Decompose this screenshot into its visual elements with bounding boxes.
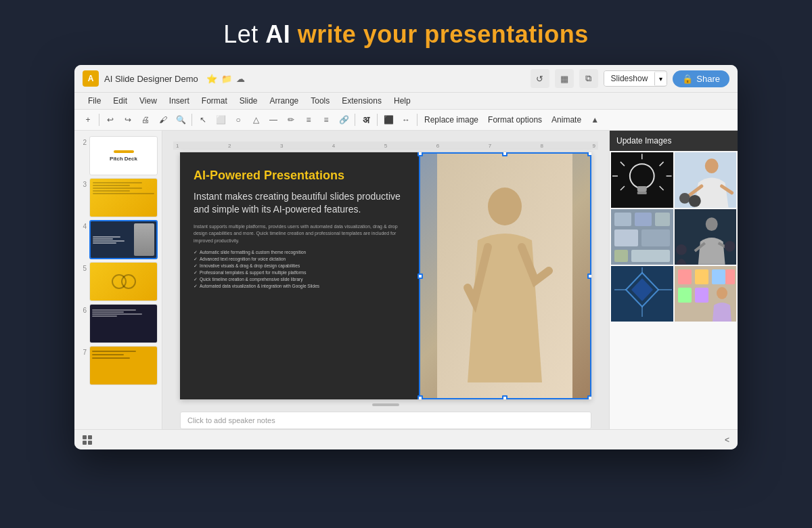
cloud-icon[interactable]: ☁ — [236, 74, 245, 84]
svg-rect-22 — [641, 229, 670, 246]
app-icon: A — [83, 70, 99, 87]
image-lightbulb[interactable] — [611, 152, 673, 208]
paint-format-btn[interactable]: 🖌 — [155, 112, 171, 128]
title-bar-right: ↺ ▦ ⧉ Slideshow ▾ 🔒 Share — [531, 69, 729, 88]
image-presenter-1[interactable] — [675, 152, 737, 208]
lock-icon: 🔒 — [682, 74, 693, 84]
svg-rect-40 — [725, 269, 735, 284]
svg-point-16 — [688, 195, 700, 207]
svg-rect-24 — [631, 250, 670, 262]
scroll-track[interactable] — [372, 403, 399, 406]
slideshow-label[interactable]: Slideshow — [604, 71, 655, 86]
menu-extensions[interactable]: Extensions — [336, 94, 387, 108]
right-panel: Update Images — [609, 131, 738, 429]
thumb-2[interactable]: Pitch Deck — [89, 136, 158, 175]
gallery-svg — [611, 209, 673, 265]
slide-thumb-6[interactable]: 6 — [78, 304, 158, 343]
text-align2-btn[interactable]: ≡ — [318, 112, 334, 128]
zoom-btn[interactable]: 🔍 — [173, 112, 189, 128]
present-view-btn[interactable]: ⧉ — [579, 69, 598, 88]
menu-help[interactable]: Help — [388, 94, 416, 108]
replace-image-btn[interactable]: Replace image — [420, 114, 482, 126]
print-btn[interactable]: 🖨 — [137, 112, 154, 128]
thumb-7[interactable] — [89, 346, 158, 385]
menu-file[interactable]: File — [83, 94, 106, 108]
expand-toolbar-btn[interactable]: ▲ — [587, 112, 603, 128]
slide-num-6: 6 — [78, 304, 87, 314]
slide-canvas[interactable]: AI-Powered Presentations Instant makes c… — [180, 152, 591, 399]
svg-point-15 — [679, 193, 690, 204]
image-gallery[interactable] — [611, 209, 673, 265]
slide-thumb-7[interactable]: 7 — [78, 346, 158, 385]
svg-rect-19 — [635, 213, 652, 226]
separator-3 — [355, 114, 355, 126]
handle-tl[interactable] — [418, 152, 423, 156]
image-writing[interactable] — [675, 266, 737, 322]
menu-view[interactable]: View — [134, 94, 162, 108]
slide-right-panel[interactable] — [419, 152, 591, 399]
image-boardroom[interactable] — [675, 209, 737, 265]
text-align-btn[interactable]: ≡ — [300, 112, 317, 128]
rect2-btn[interactable]: ⬛ — [380, 112, 397, 128]
slide-thumb-4[interactable]: 4 — [78, 220, 158, 259]
bullet-4: Professional templates & support for mul… — [194, 270, 405, 276]
menu-insert[interactable]: Insert — [164, 94, 195, 108]
thumb-4[interactable] — [89, 220, 158, 259]
svg-rect-2 — [611, 152, 673, 208]
menu-arrange[interactable]: Arrange — [265, 94, 304, 108]
grid-view-icon[interactable] — [83, 435, 92, 445]
animate-btn[interactable]: Animate — [547, 114, 585, 126]
bullet-5: Quick timeline creation & comprehensive … — [194, 277, 405, 282]
slide-thumb-5[interactable]: 5 — [78, 262, 158, 301]
slide-num-4: 4 — [78, 220, 87, 230]
speaker-notes[interactable]: Click to add speaker notes — [180, 412, 591, 429]
handle-bl[interactable] — [418, 395, 423, 399]
share-button[interactable]: 🔒 Share — [673, 70, 729, 87]
slide-thumb-2[interactable]: 2 Pitch Deck — [78, 136, 158, 175]
thumb-5[interactable] — [89, 262, 158, 301]
collapse-panel-btn[interactable]: < — [725, 435, 729, 445]
svg-rect-38 — [695, 269, 708, 284]
presenter-svg — [437, 152, 572, 399]
menu-tools[interactable]: Tools — [305, 94, 335, 108]
slideshow-chevron[interactable]: ▾ — [654, 72, 667, 85]
svg-rect-21 — [614, 229, 638, 246]
menu-slide[interactable]: Slide — [234, 94, 263, 108]
folder-icon[interactable]: 📁 — [221, 74, 232, 84]
handle-ml[interactable] — [418, 273, 423, 279]
slide-thumb-3[interactable]: 3 — [78, 178, 158, 217]
link-btn[interactable]: 🔗 — [336, 112, 352, 128]
menu-format[interactable]: Format — [196, 94, 233, 108]
thumb-3[interactable] — [89, 178, 158, 217]
shape-rect-btn[interactable]: ⬜ — [212, 112, 229, 128]
slide-panel-bottom: < — [74, 429, 738, 449]
handle-mr[interactable] — [587, 273, 591, 279]
add-btn[interactable]: + — [80, 112, 96, 128]
shape-circle-btn[interactable]: ○ — [230, 112, 246, 128]
hindi-btn[interactable]: अ — [358, 112, 374, 128]
bullet-2: Advanced text recognition for voice dict… — [194, 257, 405, 262]
image-laptop[interactable] — [611, 266, 673, 322]
handle-br[interactable] — [587, 395, 591, 399]
slide-body-text: Instant supports multiple platforms, pro… — [194, 223, 405, 245]
star-icon[interactable]: ⭐ — [206, 74, 217, 84]
line-btn[interactable]: — — [265, 112, 281, 128]
cursor-btn[interactable]: ↖ — [195, 112, 211, 128]
grid-view-btn[interactable]: ▦ — [555, 69, 574, 88]
thumb-6[interactable] — [89, 304, 158, 343]
pen-btn[interactable]: ✏ — [283, 112, 299, 128]
history-btn[interactable]: ↺ — [531, 69, 549, 88]
slide-num-5: 5 — [78, 262, 87, 272]
menu-bar: File Edit View Insert Format Slide Arran… — [74, 93, 738, 110]
format-options-btn[interactable]: Format options — [484, 114, 546, 126]
shape-more-btn[interactable]: △ — [248, 112, 264, 128]
slideshow-button[interactable]: Slideshow ▾ — [604, 70, 668, 87]
handle-tr[interactable] — [587, 152, 591, 156]
separator-5 — [417, 114, 418, 126]
redo-btn[interactable]: ↪ — [120, 112, 136, 128]
svg-rect-42 — [695, 288, 708, 303]
menu-edit[interactable]: Edit — [108, 94, 133, 108]
undo-btn[interactable]: ↩ — [102, 112, 118, 128]
resize-btn[interactable]: ↔ — [398, 112, 414, 128]
bullet-3: Innovative visuals & drag & drop design … — [194, 263, 405, 269]
